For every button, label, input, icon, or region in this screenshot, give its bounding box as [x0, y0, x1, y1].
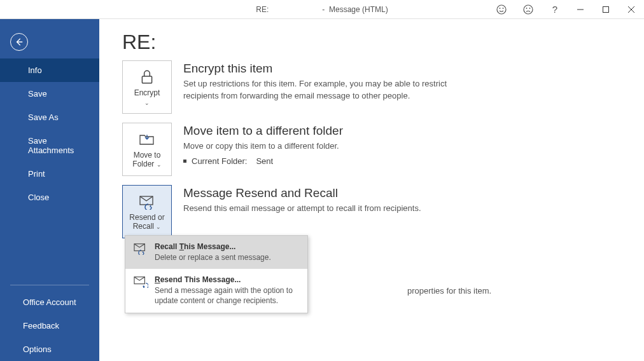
- resend-title: Message Resend and Recall: [183, 186, 621, 200]
- chevron-down-icon: ⌄: [144, 100, 150, 106]
- resend-label: Resend or Recall ⌄: [125, 213, 169, 231]
- sidebar-item-close[interactable]: Close: [0, 186, 99, 209]
- folder-move-icon: [139, 130, 155, 148]
- sidebar-item-save-as[interactable]: Save As: [0, 106, 99, 129]
- encrypt-label: Encrypt: [134, 88, 160, 97]
- menu-resend-desc: Send a message again with the option to …: [155, 285, 300, 306]
- menu-resend-title: Resend This Message...: [155, 275, 300, 284]
- title-subject: RE:: [256, 5, 269, 14]
- window-title: RE: - Message (HTML): [256, 5, 388, 14]
- back-button[interactable]: [10, 33, 28, 51]
- svg-point-5: [529, 8, 531, 9]
- svg-point-2: [503, 8, 504, 9]
- lock-icon: [139, 68, 155, 86]
- bullet-icon: [183, 160, 186, 163]
- title-bar: RE: - Message (HTML) ?: [0, 0, 644, 19]
- svg-rect-7: [603, 6, 609, 12]
- sidebar-item-office-account[interactable]: Office Account: [0, 290, 99, 314]
- move-title: Move item to a different folder: [183, 124, 621, 138]
- properties-text-fragment: properties for this item.: [407, 286, 491, 296]
- sidebar-item-print[interactable]: Print: [0, 162, 99, 186]
- svg-point-4: [526, 8, 528, 9]
- svg-point-3: [524, 5, 533, 14]
- section-move: Move to Folder ⌄ Move item to a differen…: [122, 123, 621, 176]
- menu-item-recall[interactable]: Recall This Message... Delete or replace…: [125, 236, 307, 269]
- backstage-sidebar: Info Save Save As Save Attachments Print…: [0, 19, 99, 361]
- sidebar-item-options[interactable]: Options: [0, 337, 99, 361]
- menu-item-resend[interactable]: Resend This Message... Send a message ag…: [125, 269, 307, 312]
- encrypt-title: Encrypt this item: [183, 62, 621, 76]
- envelope-recall-icon: [139, 193, 155, 210]
- close-button[interactable]: [619, 0, 644, 19]
- current-folder-label: Current Folder:: [192, 156, 247, 166]
- svg-rect-10: [142, 76, 151, 83]
- section-resend: Resend or Recall ⌄ Message Resend and Re…: [122, 185, 621, 238]
- move-label: Move to Folder ⌄: [125, 151, 169, 169]
- encrypt-desc: Set up restrictions for this item. For e…: [183, 78, 476, 102]
- sidebar-item-info[interactable]: Info: [0, 58, 99, 82]
- sidebar-divider: [10, 285, 89, 285]
- page-title: RE:: [122, 31, 621, 54]
- maximize-button[interactable]: [593, 0, 619, 19]
- sidebar-item-save-attachments[interactable]: Save Attachments: [0, 129, 99, 162]
- help-button[interactable]: ?: [542, 0, 568, 19]
- svg-point-0: [497, 5, 506, 14]
- menu-recall-desc: Delete or replace a sent message.: [155, 252, 300, 262]
- encrypt-button[interactable]: Encrypt ⌄: [122, 60, 172, 114]
- resend-or-recall-button[interactable]: Resend or Recall ⌄: [122, 185, 172, 238]
- sidebar-item-feedback[interactable]: Feedback: [0, 314, 99, 337]
- move-desc: Move or copy this item to a different fo…: [183, 140, 476, 153]
- menu-recall-title: Recall This Message...: [155, 242, 300, 251]
- minimize-button[interactable]: [568, 0, 593, 19]
- current-folder-row: Current Folder: Sent: [183, 156, 621, 166]
- move-to-folder-button[interactable]: Move to Folder ⌄: [122, 123, 172, 176]
- happy-face-icon[interactable]: [489, 0, 514, 19]
- section-encrypt: Encrypt ⌄ Encrypt this item Set up restr…: [122, 60, 621, 114]
- resend-desc: Resend this email message or attempt to …: [183, 203, 476, 215]
- current-folder-value: Sent: [256, 156, 273, 166]
- sad-face-icon[interactable]: [515, 0, 541, 19]
- title-caption: - Message (HTML): [322, 5, 388, 14]
- resend-recall-menu: Recall This Message... Delete or replace…: [125, 235, 308, 313]
- sidebar-item-save[interactable]: Save: [0, 82, 99, 106]
- envelope-resend-icon: [133, 275, 148, 290]
- envelope-recall-icon: [133, 242, 148, 257]
- svg-point-1: [500, 8, 501, 9]
